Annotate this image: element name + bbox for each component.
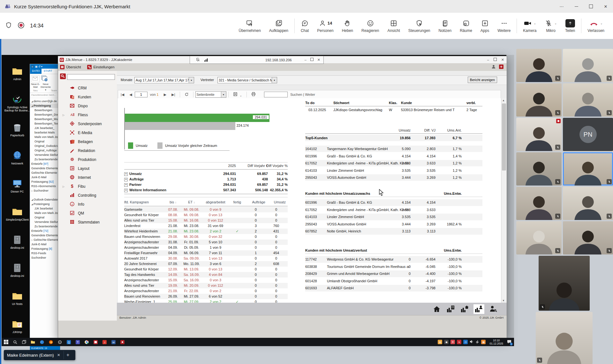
folder-posteingang[interactable]: ◢ Posteingang: [30, 202, 60, 206]
toolbar-button-r-ume[interactable]: Räume: [456, 17, 476, 35]
sidebar-search-input[interactable]: [67, 74, 115, 80]
notification-icon[interactable]: 1: [507, 339, 511, 345]
tray-icon-6[interactable]: ▦: [481, 340, 486, 344]
video-tile-man-looking-down[interactable]: [516, 187, 562, 220]
zuwachs-row[interactable]: 614103Linsler Zimmerei GmbH3.5353.535: [305, 214, 482, 220]
report-search-input[interactable]: [264, 92, 288, 97]
folder-gel-schte-elemente[interactable]: ▷ Gelöschte Elemente: [30, 238, 60, 242]
app-minimize-icon[interactable]: –: [487, 58, 489, 62]
folder-suchordner[interactable]: Suchordner: [30, 255, 60, 260]
user-profile-icon[interactable]: [491, 64, 496, 70]
zoom-select[interactable]: Seitenbreite▼: [195, 91, 226, 98]
edge-taskbar-icon[interactable]: [37, 338, 46, 346]
first-page-icon[interactable]: |◀: [118, 93, 127, 97]
app-maximize-icon[interactable]: [494, 58, 497, 62]
last-page-icon[interactable]: ▶|: [169, 93, 178, 97]
sidebar-item-info[interactable]: iInfo: [58, 200, 117, 209]
campaign-row[interactable]: Gesundheit für Körper12.09.Mi. 13.09.0 v…: [124, 267, 288, 272]
campaign-row[interactable]: Lindenfest21.08.Mi. 23.08.31 von 693760: [124, 223, 288, 229]
campaign-row[interactable]: Anzeigenschaufenster21.09.Fr. 22.09.0 vo…: [124, 288, 288, 294]
page-number-input[interactable]: [135, 92, 148, 97]
video-tile-woman-hand-on-face[interactable]: [516, 83, 562, 117]
presenter-add-icon[interactable]: +: [64, 351, 72, 359]
folder-bearbeitet-mails[interactable]: bearbeitet Mails: [30, 130, 60, 135]
folder-junk-e-mail[interactable]: Junk-E-Mail: [30, 175, 60, 179]
campaign-row[interactable]: Anzeigenschaufenster31.08.Fr. 01.09.5 vo…: [124, 239, 288, 245]
desktop-icon-netzwerk[interactable]: Netzwerk: [4, 150, 31, 165]
top5-row[interactable]: 295043VOSS Automotive GmbH3.4443.2691,2 …: [305, 174, 482, 181]
zuwachs-row[interactable]: 607852Nolte GmbH, Heinrich3.1133.113: [305, 228, 482, 235]
suchen-link[interactable]: Suchen: [290, 93, 302, 96]
top5-row[interactable]: 614103Linsler Zimmerei GmbH3.5353.5351,2…: [305, 167, 482, 174]
video-tile-woman-speaking[interactable]: [563, 152, 613, 186]
person-key-icon[interactable]: [488, 304, 498, 314]
folder-demo-user-jjk-de[interactable]: ◢ demo.user@jjk.de: [30, 99, 60, 103]
titlebar-more-icon[interactable]: ⋯: [554, 0, 569, 13]
folder-entw-rfe[interactable]: Entwürfe [72]: [30, 229, 60, 233]
start-taskbar-icon[interactable]: [2, 338, 11, 346]
connbar-close-icon[interactable]: ✕: [317, 58, 320, 62]
toolbar-button-aufklappen[interactable]: Aufklappen: [265, 17, 292, 35]
campaign-row[interactable]: Anzeigenschaufenster15.09.Sa. 16.09.0 vo…: [124, 277, 288, 283]
sidebar-item-fibu[interactable]: ▷$Fibu: [58, 182, 117, 191]
folder-rss-feeds[interactable]: RSS-Feeds: [30, 251, 60, 255]
folder-versendete-stellungn[interactable]: Versendete Stellungn: [30, 220, 60, 224]
app-close-icon[interactable]: ✕: [501, 58, 504, 62]
chart-building-icon[interactable]: [445, 304, 456, 314]
folder-jjk-bearbeitet-[interactable]: JJK bearbeitet_: [30, 126, 60, 130]
folder-zu-beantwortende-r[interactable]: Zu beantwortende R: [30, 157, 60, 162]
teams-taskbar-icon[interactable]: T: [73, 338, 82, 346]
folder-posteingang[interactable]: ◢ Posteingang: [30, 103, 60, 108]
tray-icon-5[interactable]: O: [463, 340, 468, 344]
toolbar-button-teilen[interactable]: Teilen: [561, 17, 579, 35]
video-tile-man-white-wall[interactable]: [516, 118, 562, 151]
folder-entw-rfe[interactable]: Entwürfe [97]: [30, 162, 60, 166]
sidebar-item-kunden[interactable]: Kunden: [58, 93, 117, 102]
video-tile-man-headset-dark[interactable]: [539, 256, 590, 311]
campaign-row[interactable]: Gesundheit für Körper08.08.Mi. 09.08.0 v…: [124, 212, 288, 218]
search-key-icon[interactable]: [60, 73, 66, 80]
sidebar-item-internet[interactable]: Internet: [58, 173, 117, 182]
toolbar-button-chat[interactable]: Chat: [297, 17, 313, 35]
toolbar-button-apps[interactable]: Apps: [476, 17, 493, 35]
home-icon[interactable]: [431, 304, 442, 314]
campaign-row[interactable]: Wirtefest Heidenheim21.08.Mi. 23.08.2 vo…: [124, 229, 288, 234]
notifications-off-icon[interactable]: [196, 57, 200, 62]
toolbar-button-heben[interactable]: Heben: [338, 17, 357, 35]
export-icon[interactable]: ⌄: [231, 92, 245, 97]
campaign-row[interactable]: Freiwillige Feuerwehr04.09.Mi. 06.09.7 v…: [124, 250, 288, 256]
desktop-icon-synology-active-backup-for-busine-[interactable]: Synology Active Backup for Busine...: [4, 94, 31, 112]
chart-person-icon-active[interactable]: [473, 304, 484, 314]
top5-row[interactable]: 601996Graßl - Bau GmbH & Co. KG4.1544.15…: [305, 153, 482, 159]
connbar-maximize-icon[interactable]: [310, 58, 314, 62]
app-red-icon[interactable]: [499, 64, 503, 70]
video-tile-woman-dark-hair[interactable]: [516, 49, 562, 82]
folder-jjk-bearbeitet[interactable]: JJK bearbeitet: [30, 206, 60, 211]
outlook-tab-datei[interactable]: DATEI: [30, 69, 42, 74]
jjk-red-2-taskbar-icon[interactable]: J: [100, 338, 109, 346]
word-taskbar-icon[interactable]: W: [109, 338, 118, 346]
prev-page-icon[interactable]: ◀: [127, 93, 134, 97]
desktop-icon-jjktmp[interactable]: JJKtmp: [4, 319, 31, 334]
bericht-anzeigen-button[interactable]: Bericht anzeigen: [468, 77, 497, 83]
video-tile-initials-tile[interactable]: PN: [563, 118, 613, 151]
campaign-row[interactable]: Bauen und Renovieren26.09.Mi. 27.09.6 vo…: [124, 294, 288, 299]
folder-original[interactable]: Original: [30, 139, 60, 144]
q-app-taskbar-icon[interactable]: Q: [64, 338, 73, 346]
presenter-close-icon[interactable]: ✕: [57, 353, 60, 357]
campaign-row[interactable]: Bauen und Renovieren29.08.Mi. 30.08.0 vo…: [124, 234, 288, 239]
weiter-link[interactable]: Weiter: [305, 93, 315, 96]
desktop-icon-simplesmtpclient[interactable]: SimpleSmtpClient: [4, 206, 31, 221]
video-tile-older-man-glasses[interactable]: [563, 83, 613, 117]
sidebar-item-controlling[interactable]: Controlling: [58, 191, 117, 200]
toolbar-button-notizen[interactable]: Notizen: [434, 17, 456, 35]
folder-zu-beantwortende-r[interactable]: Zu beantwortende R: [30, 224, 60, 229]
desktop-icon-admin[interactable]: Admin: [4, 66, 31, 81]
outlook-tab-start[interactable]: START: [42, 69, 54, 74]
settings-taskbar-icon[interactable]: [55, 338, 64, 346]
campaign-row[interactable]: Autowahl 201730.08.Sa. 09.09.1 von 1300: [124, 256, 288, 261]
new-elements-icon[interactable]: [41, 75, 50, 82]
sidebar-item-beilagen[interactable]: Beilagen: [58, 137, 117, 146]
volume-icon[interactable]: [470, 339, 473, 345]
folder-outlook-datendatei[interactable]: ◢ Outlook-Datendatei: [30, 197, 60, 202]
